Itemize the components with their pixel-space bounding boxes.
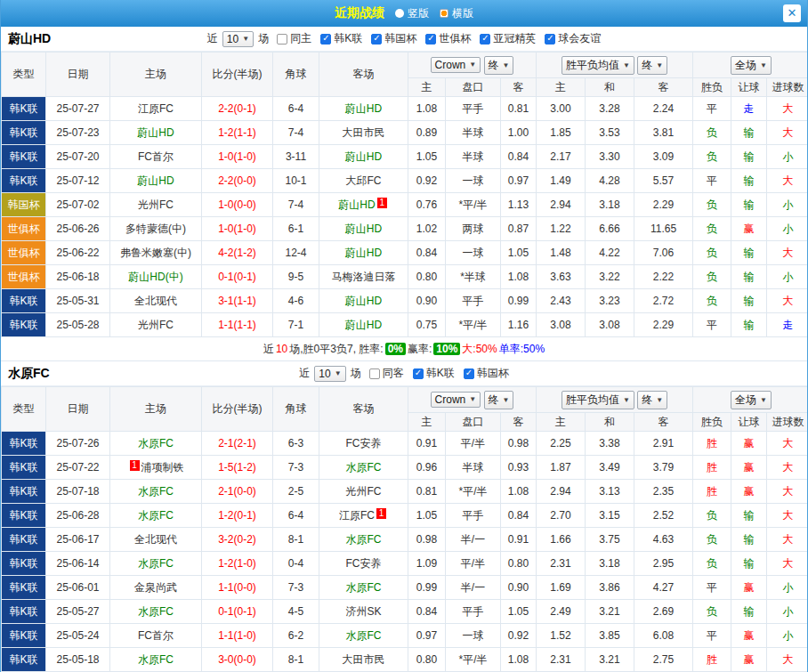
odds-source-select[interactable]: Crown▼ [431,57,481,73]
filter-checkbox-同客[interactable]: 同客 [369,366,404,381]
checkbox-icon[interactable] [413,368,424,379]
team-label: 江原FC [138,102,174,115]
checkbox-icon[interactable] [425,34,436,45]
euro-draw-odds: 3.15 [586,504,634,528]
odds-final-select[interactable]: 终▼ [484,391,514,409]
match-count-select[interactable]: 10▼ [314,366,345,382]
ah-line: 半球 [446,145,501,169]
radio-horizontal-layout[interactable]: 横版 [440,6,473,21]
result-goals: 大 [767,456,808,480]
col-header-result-handicap: 让球 [731,413,767,432]
col-header-type: 类型 [2,53,46,97]
filter-label: 韩国杯 [384,31,416,46]
result-goals: 大 [767,289,808,313]
ah-line: 平/半 [446,432,501,456]
euro-final-select[interactable]: 终▼ [637,391,667,409]
team-cell: 蔚山HD(中) [110,265,202,289]
fulltime-select[interactable]: 全场▼ [731,391,772,409]
filter-checkbox-亚冠精英[interactable]: 亚冠精英 [480,31,536,46]
percent-badge: 10% [433,343,460,355]
ah-away-odds: 1.13 [501,193,537,217]
filter-checkbox-韩K联[interactable]: 韩K联 [413,366,455,381]
team-label: 水原FC [138,437,174,449]
result-handicap: 赢 [731,480,767,504]
checkbox-icon[interactable] [369,368,380,379]
summary-text: 赢率: [408,342,432,357]
euro-draw-odds: 3.13 [586,480,634,504]
euro-mean-select[interactable]: 胜平负均值▼ [562,56,634,75]
team-cell: 光州FC [110,193,202,217]
odds-source-select[interactable]: Crown▼ [431,392,481,408]
ah-home-odds: 0.80 [408,648,446,672]
filter-checkbox-同主[interactable]: 同主 [277,31,311,46]
league-type: 韩K联 [2,313,46,337]
ah-line: 两球 [446,217,501,241]
checkbox-icon[interactable] [277,34,287,45]
team-label: 蔚山HD [338,198,375,211]
team-label: 弗鲁米嫩塞(中) [120,247,191,259]
dialog-title: 近期战绩 [335,5,384,21]
dropdown-arrow-icon: ▼ [623,61,630,69]
unit-label: 场 [258,31,269,46]
fulltime-select[interactable]: 全场▼ [731,56,772,75]
radio-vertical-layout[interactable]: 竖版 [395,6,429,21]
match-date: 25-05-24 [46,624,110,648]
match-count-select[interactable]: 10▼ [222,31,254,47]
ah-line: 平手 [446,504,501,528]
col-header-ah-line: 盘口 [446,413,501,432]
result-handicap: 输 [731,552,767,576]
team-label: 蔚山HD [137,174,174,187]
filter-checkbox-韩K联[interactable]: 韩K联 [320,31,362,46]
result-wdl: 平 [693,313,731,337]
team-label: FC安养 [346,557,382,570]
match-date: 25-05-28 [46,313,110,337]
ah-away-odds: 0.92 [501,624,537,648]
team-cell: 多特蒙德(中) [110,217,202,241]
euro-final-select[interactable]: 终▼ [637,56,667,75]
radio-unselected-icon[interactable] [395,9,404,18]
score: 0-1(0-1) [202,600,273,624]
filter-label: 同客 [383,366,404,381]
ah-line: 半/一 [446,528,501,552]
corners: 8-1 [273,648,319,672]
ah-away-odds: 1.08 [501,265,537,289]
radio-selected-icon[interactable] [440,9,448,18]
result-wdl: 胜 [693,648,731,672]
ah-home-odds: 1.02 [408,217,446,241]
col-header-corners: 角球 [273,53,319,97]
result-goals: 大 [767,97,808,121]
score: 1-1(0-0) [202,576,273,600]
euro-home-odds: 3.08 [537,313,586,337]
match-row: 韩K联25-07-26水原FC2-1(2-1)6-3FC安养0.91平/半0.9… [2,432,808,456]
league-type: 韩K联 [2,648,46,672]
dropdown-arrow-icon: ▼ [503,61,510,69]
checkbox-icon[interactable] [320,34,331,45]
filter-checkbox-韩国杯[interactable]: 韩国杯 [371,31,416,46]
euro-away-odds: 7.06 [634,241,693,265]
odds-final-select[interactable]: 终▼ [484,56,514,75]
euro-draw-odds: 3.21 [586,648,634,672]
euro-home-odds: 3.00 [537,97,586,121]
checkbox-icon[interactable] [545,34,555,45]
team-label: 浦项制铁 [141,461,184,474]
team-label: 大邱FC [346,174,382,187]
dropdown-arrow-icon: ▼ [335,369,342,377]
checkbox-icon[interactable] [371,34,382,45]
team-label: 济州SK [345,605,381,618]
match-row: 韩K联25-05-18水原FC3-0(0-0)8-1大田市民0.80*平/半1.… [2,648,808,672]
checkbox-icon[interactable] [480,34,490,45]
euro-draw-odds: 4.22 [586,241,634,265]
result-goals: 小 [767,145,808,169]
euro-away-odds: 2.22 [634,265,693,289]
filter-bar: 近 10▼ 场 同主韩K联韩国杯世俱杯亚冠精英球会友谊 [207,31,601,47]
close-button[interactable]: ✕ [783,4,801,22]
filter-checkbox-韩国杯[interactable]: 韩国杯 [464,366,509,381]
checkbox-icon[interactable] [464,368,474,379]
filter-checkbox-球会友谊[interactable]: 球会友谊 [545,31,601,46]
euro-mean-select[interactable]: 胜平负均值▼ [562,391,634,409]
dropdown-arrow-icon: ▼ [760,61,767,69]
ah-line: 平手 [446,289,501,313]
team-cell: 江原FC [110,97,202,121]
result-goals: 大 [767,504,808,528]
filter-checkbox-世俱杯[interactable]: 世俱杯 [425,31,471,46]
